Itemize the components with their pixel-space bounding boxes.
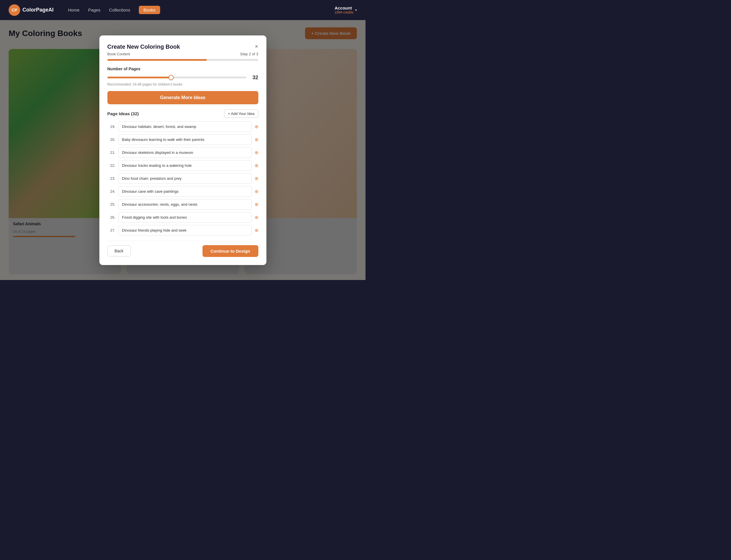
idea-number: 25. xyxy=(107,202,115,207)
close-modal-button[interactable]: × xyxy=(255,43,258,49)
step-progress-fill xyxy=(107,59,207,61)
main-content: My Coloring Books + Create New Book Safa… xyxy=(0,20,365,280)
list-item: 21.⊗ xyxy=(107,147,258,158)
list-item: 26.⊗ xyxy=(107,212,258,223)
navbar: CP ColorPageAI Home Pages Collections Bo… xyxy=(0,0,365,20)
list-item: 22.⊗ xyxy=(107,160,258,171)
generate-more-ideas-button[interactable]: Generate More Ideas xyxy=(107,91,258,104)
modal-subtitle-row: Book Content Step 2 of 3 xyxy=(107,52,258,56)
pages-slider-thumb[interactable] xyxy=(168,75,174,80)
pages-slider-track[interactable] xyxy=(107,77,246,78)
delete-idea-button[interactable]: ⊗ xyxy=(255,137,258,142)
list-item: 23.⊗ xyxy=(107,173,258,184)
nav-pages[interactable]: Pages xyxy=(88,7,101,12)
idea-number: 23. xyxy=(107,176,115,181)
delete-idea-button[interactable]: ⊗ xyxy=(255,163,258,168)
list-item: 24.⊗ xyxy=(107,186,258,197)
slider-hint: Recommended: 24-48 pages for children's … xyxy=(107,82,258,86)
delete-idea-button[interactable]: ⊗ xyxy=(255,228,258,233)
pages-slider-fill xyxy=(107,77,171,78)
idea-number: 22. xyxy=(107,163,115,168)
logo-text: ColorPageAI xyxy=(22,7,54,13)
delete-idea-button[interactable]: ⊗ xyxy=(255,124,258,129)
idea-text-input[interactable] xyxy=(118,186,252,197)
delete-idea-button[interactable]: ⊗ xyxy=(255,176,258,181)
book-content-label: Book Content xyxy=(107,52,130,56)
idea-text-input[interactable] xyxy=(118,173,252,184)
create-book-modal: Create New Coloring Book × Book Content … xyxy=(99,35,266,265)
idea-text-input[interactable] xyxy=(118,225,252,236)
pages-slider-value: 32 xyxy=(250,75,258,81)
page-ideas-header: Page Ideas (32) + Add Your Idea xyxy=(107,109,258,118)
modal-title: Create New Coloring Book xyxy=(107,43,180,50)
account-name: Account xyxy=(335,5,353,10)
modal-header: Create New Coloring Book × xyxy=(107,43,258,50)
delete-idea-button[interactable]: ⊗ xyxy=(255,215,258,220)
idea-text-input[interactable] xyxy=(118,147,252,158)
delete-idea-button[interactable]: ⊗ xyxy=(255,150,258,155)
idea-number: 27. xyxy=(107,228,115,232)
delete-idea-button[interactable]: ⊗ xyxy=(255,202,258,207)
idea-number: 21. xyxy=(107,150,115,155)
page-ideas-count-label: Page Ideas (32) xyxy=(107,111,139,116)
list-item: 19.⊗ xyxy=(107,121,258,132)
nav-books[interactable]: Books xyxy=(139,6,160,14)
idea-text-input[interactable] xyxy=(118,160,252,171)
idea-number: 24. xyxy=(107,189,115,194)
nav-home[interactable]: Home xyxy=(68,7,79,12)
list-item: 20.⊗ xyxy=(107,134,258,145)
logo-icon: CP xyxy=(9,4,20,16)
add-your-idea-button[interactable]: + Add Your Idea xyxy=(224,109,258,118)
num-pages-label: Number of Pages xyxy=(107,67,258,71)
idea-number: 26. xyxy=(107,215,115,220)
idea-number: 19. xyxy=(107,124,115,129)
idea-text-input[interactable] xyxy=(118,212,252,223)
step-progress-track xyxy=(107,59,258,61)
chevron-down-icon: ▾ xyxy=(355,8,357,12)
step-label: Step 2 of 3 xyxy=(240,52,258,56)
back-button[interactable]: Back xyxy=(107,245,131,256)
idea-text-input[interactable] xyxy=(118,134,252,145)
continue-to-design-button[interactable]: Continue to Design xyxy=(202,245,258,257)
delete-idea-button[interactable]: ⊗ xyxy=(255,189,258,194)
account-menu[interactable]: Account 1994 credits ▾ xyxy=(335,5,357,14)
idea-text-input[interactable] xyxy=(118,121,252,132)
nav-collections[interactable]: Collections xyxy=(109,7,130,12)
list-item: 25.⊗ xyxy=(107,199,258,210)
list-item: 27.⊗ xyxy=(107,225,258,236)
pages-slider-row: 32 xyxy=(107,75,258,81)
account-credits: 1994 credits xyxy=(335,10,353,14)
logo[interactable]: CP ColorPageAI xyxy=(9,4,54,16)
modal-footer: Back Continue to Design xyxy=(107,241,258,257)
modal-overlay: Create New Coloring Book × Book Content … xyxy=(0,20,365,280)
idea-text-input[interactable] xyxy=(118,199,252,210)
page-ideas-list: 19.⊗20.⊗21.⊗22.⊗23.⊗24.⊗25.⊗26.⊗27.⊗ xyxy=(107,121,258,236)
idea-number: 20. xyxy=(107,137,115,142)
